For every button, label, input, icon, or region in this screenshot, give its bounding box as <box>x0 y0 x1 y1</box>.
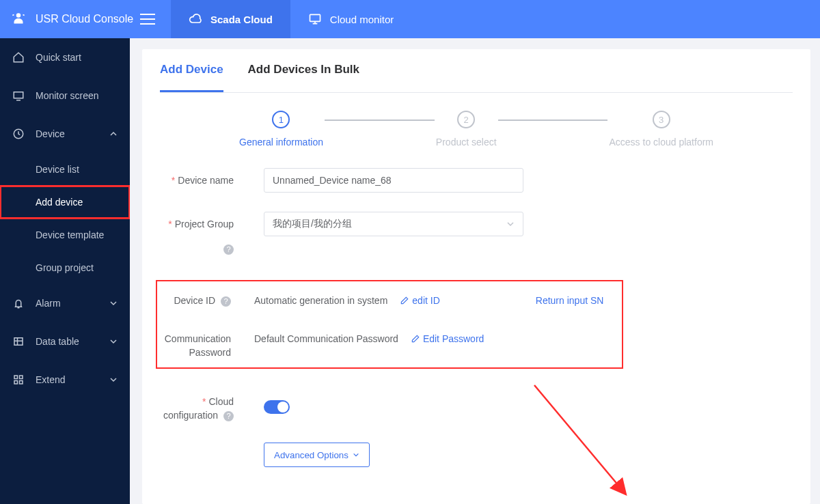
sidebar-item-quick-start[interactable]: Quick start <box>0 38 130 76</box>
sidebar-item-device[interactable]: Device <box>0 115 130 153</box>
svg-rect-7 <box>14 381 18 384</box>
svg-rect-2 <box>14 92 23 98</box>
svg-rect-6 <box>20 376 23 379</box>
logo-icon <box>10 10 27 28</box>
step-label: General information <box>239 137 323 148</box>
sidebar-item-label: Extend <box>36 374 66 385</box>
screen-icon <box>12 89 25 102</box>
advanced-options-button[interactable]: Advanced Options <box>264 443 370 467</box>
chevron-up-icon <box>109 130 118 138</box>
sidebar-sub-group-project[interactable]: Group project <box>0 251 130 284</box>
label-device-id: Device ID ? <box>161 288 238 313</box>
row-project-group: Project Group ? 我的项目/我的分组 <box>160 212 793 261</box>
step-number: 3 <box>653 111 670 128</box>
comm-password-text: Default Communication Password <box>254 332 398 346</box>
device-icon <box>12 128 25 140</box>
row-communication-password: Communication Password Default Communica… <box>161 332 618 359</box>
sidebar: Quick start Monitor screen Device Device… <box>0 38 130 504</box>
sidebar-item-extend[interactable]: Extend <box>0 361 130 399</box>
row-advanced: Advanced Options <box>160 443 793 467</box>
chevron-down-icon <box>109 376 118 384</box>
topbar: USR Cloud Console Scada Cloud Cloud moni… <box>0 0 820 38</box>
step-number: 2 <box>457 111 475 128</box>
row-device-name: Device name <box>160 168 793 193</box>
label-communication-password: Communication Password <box>161 332 238 359</box>
wizard-steps: 1 General information 2 Product select 3… <box>239 111 713 148</box>
help-icon[interactable]: ? <box>221 296 231 307</box>
cloud-config-toggle[interactable] <box>264 400 290 414</box>
content-tabs: Add Device Add Devices In Bulk <box>160 63 793 93</box>
chevron-down-icon <box>506 220 515 228</box>
tab-cloud-monitor[interactable]: Cloud monitor <box>290 0 411 38</box>
table-icon <box>12 335 25 348</box>
topbar-tabs: Scada Cloud Cloud monitor <box>171 0 411 38</box>
help-icon[interactable]: ? <box>223 411 234 421</box>
edit-password-link[interactable]: Edit Password <box>411 332 484 346</box>
project-group-select[interactable]: 我的项目/我的分组 <box>264 212 523 236</box>
brand-text: USR Cloud Console <box>36 13 133 25</box>
sidebar-sub-device-list[interactable]: Device list <box>0 153 130 186</box>
sidebar-item-label: Monitor screen <box>36 90 99 101</box>
sidebar-sub-device-template[interactable]: Device template <box>0 219 130 251</box>
panel: Add Device Add Devices In Bulk 1 General… <box>142 49 810 504</box>
home-icon <box>12 51 25 64</box>
return-sn-link[interactable]: Return input SN <box>536 288 604 313</box>
alarm-icon <box>12 297 25 309</box>
edit-id-link[interactable]: edit ID <box>400 288 439 313</box>
highlighted-section: Device ID ? Automatic generation in syst… <box>156 280 623 369</box>
label-cloud-config: Cloud configuration ? <box>160 395 241 422</box>
row-device-id: Device ID ? Automatic generation in syst… <box>161 288 618 313</box>
row-cloud-config: Cloud configuration ? <box>160 395 793 422</box>
main-area: Add Device Add Devices In Bulk 1 General… <box>130 38 820 504</box>
device-id-text: Automatic generation in system <box>254 288 387 313</box>
sidebar-item-alarm[interactable]: Alarm <box>0 284 130 322</box>
step-label: Product select <box>436 137 497 148</box>
chevron-down-icon <box>109 299 118 307</box>
menu-toggle-icon[interactable] <box>140 13 155 25</box>
step-1: 1 General information <box>239 111 323 148</box>
sidebar-item-data-table[interactable]: Data table <box>0 322 130 361</box>
select-value: 我的项目/我的分组 <box>273 218 352 230</box>
svg-point-0 <box>16 13 21 17</box>
step-number: 1 <box>272 111 290 128</box>
chevron-down-icon <box>109 337 118 346</box>
step-connector <box>498 120 608 121</box>
form: Device name Project Group ? 我的项目/我的分组 De… <box>160 168 793 467</box>
extend-icon <box>12 374 25 386</box>
sidebar-item-label: Alarm <box>36 298 61 309</box>
label-device-name: Device name <box>160 168 241 193</box>
step-connector <box>325 120 435 121</box>
tab-scada-cloud[interactable]: Scada Cloud <box>171 0 290 38</box>
brand-block: USR Cloud Console <box>0 10 171 28</box>
tab-add-device[interactable]: Add Device <box>160 63 223 92</box>
tab-label: Cloud monitor <box>330 14 394 25</box>
device-name-input[interactable] <box>264 168 523 193</box>
sidebar-item-label: Data table <box>36 336 79 347</box>
step-2: 2 Product select <box>436 111 497 148</box>
sidebar-item-label: Quick start <box>36 52 81 63</box>
tab-label: Scada Cloud <box>210 14 273 25</box>
sidebar-item-label: Device <box>36 128 65 139</box>
label-project-group: Project Group ? <box>160 212 241 261</box>
sidebar-sub-add-device[interactable]: Add device <box>0 186 130 219</box>
step-3: 3 Access to cloud platform <box>609 111 713 148</box>
monitor-icon <box>308 12 322 26</box>
tab-add-devices-bulk[interactable]: Add Devices In Bulk <box>248 63 359 92</box>
svg-rect-1 <box>310 14 320 21</box>
cloud-icon <box>189 12 202 26</box>
step-label: Access to cloud platform <box>609 137 713 148</box>
svg-rect-8 <box>20 381 23 384</box>
svg-rect-5 <box>14 376 18 379</box>
sidebar-item-monitor-screen[interactable]: Monitor screen <box>0 76 130 115</box>
help-icon[interactable]: ? <box>223 244 234 255</box>
